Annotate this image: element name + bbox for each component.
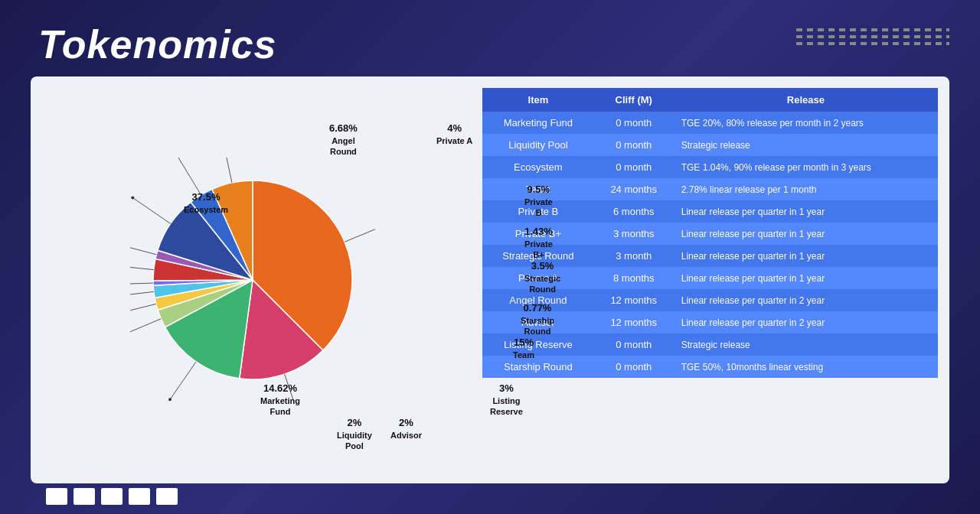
table-row: Marketing Fund0 monthTGE 20%, 80% releas… <box>482 112 938 134</box>
table-cell-release: Linear release per quarter in 2 year <box>674 289 938 311</box>
table-cell-release: 2.78% linear release per 1 month <box>674 178 938 200</box>
main-content: 37.5%Ecosystem14.62%Marketing Fund2%Liqu… <box>31 76 949 483</box>
table-cell-cliff: 12 months <box>594 311 674 333</box>
dot-3 <box>101 488 122 505</box>
svg-line-14 <box>130 265 154 269</box>
table-cell-release: Linear release per quarter in 1 year <box>674 267 938 289</box>
tokenomics-table: Item Cliff (M) Release Marketing Fund0 m… <box>482 88 938 378</box>
dot-4 <box>129 488 150 505</box>
dot-1 <box>46 488 67 505</box>
svg-point-19 <box>131 197 134 200</box>
svg-line-4 <box>170 362 196 399</box>
col-header-release: Release <box>674 88 938 112</box>
table-cell-item: Listing Reserve <box>482 333 594 356</box>
decorative-lines <box>796 21 949 52</box>
table-row: Private B+3 monthsLinear release per qua… <box>482 223 938 245</box>
table-cell-cliff: 0 month <box>594 156 674 178</box>
svg-line-8 <box>130 304 156 314</box>
table-cell-cliff: 12 months <box>594 289 674 311</box>
table-cell-cliff: 0 month <box>594 333 674 356</box>
pie-label: 2%Liquidity Pool <box>337 417 372 451</box>
svg-line-22 <box>222 158 231 183</box>
table-cell-item: Private B <box>482 200 594 223</box>
svg-line-20 <box>177 158 201 195</box>
svg-line-18 <box>132 198 170 224</box>
table-cell-item: Advisor <box>482 311 594 333</box>
svg-line-10 <box>130 291 154 297</box>
svg-point-5 <box>168 398 172 401</box>
dot-5 <box>156 488 178 505</box>
table-cell-release: Linear release per quarter in 1 year <box>674 245 938 267</box>
table-cell-cliff: 0 month <box>594 134 674 156</box>
table-cell-item: Marketing Fund <box>482 112 594 134</box>
table-cell-release: Strategic release <box>674 333 938 356</box>
table-row: Advisor12 monthsLinear release per quart… <box>482 311 938 333</box>
table-row: Angel Round12 monthsLinear release per q… <box>482 289 938 311</box>
table-row: Liquidity Pool0 monthStrategic release <box>482 134 938 156</box>
table-cell-item: Angel Round <box>482 289 594 311</box>
pie-label: 6.68%Angel Round <box>329 122 358 157</box>
bottom-dots <box>46 488 178 505</box>
table-cell-cliff: 8 months <box>594 267 674 289</box>
table-cell-item: Strategic Round <box>482 245 594 267</box>
table-cell-item: Team <box>482 178 594 200</box>
table-row: Private B6 monthsLinear release per quar… <box>482 200 938 223</box>
dot-2 <box>74 488 95 505</box>
table-row: Ecosystem0 monthTGE 1.04%, 90% release p… <box>482 156 938 178</box>
table-cell-release: Linear release per quarter in 1 year <box>674 200 938 223</box>
table-cell-release: Linear release per quarter in 1 year <box>674 223 938 245</box>
table-cell-item: Ecosystem <box>482 156 594 178</box>
table-cell-item: Private B+ <box>482 223 594 245</box>
col-header-cliff: Cliff (M) <box>594 88 674 112</box>
chart-area: 37.5%Ecosystem14.62%Marketing Fund2%Liqu… <box>31 76 475 483</box>
table-row: Starship Round0 monthTGE 50%, 10months l… <box>482 356 938 378</box>
table-row: Team24 months2.78% linear release per 1 … <box>482 178 938 200</box>
table-cell-release: Strategic release <box>674 134 938 156</box>
table-cell-item: Private A <box>482 267 594 289</box>
table-cell-release: TGE 20%, 80% release per month in 2 year… <box>674 112 938 134</box>
table-cell-cliff: 6 months <box>594 200 674 223</box>
svg-line-2 <box>285 374 299 402</box>
table-cell-cliff: 3 months <box>594 223 674 245</box>
svg-line-12 <box>130 283 153 285</box>
col-header-item: Item <box>482 88 594 112</box>
pie-label: 2%Advisor <box>390 417 422 441</box>
table-area: Item Cliff (M) Release Marketing Fund0 m… <box>475 76 949 483</box>
table-row: Strategic Round3 monthLinear release per… <box>482 245 938 267</box>
svg-line-16 <box>130 243 156 255</box>
table-cell-cliff: 0 month <box>594 356 674 378</box>
svg-line-0 <box>345 224 375 242</box>
table-cell-cliff: 24 months <box>594 178 674 200</box>
table-cell-release: TGE 50%, 10months linear vesting <box>674 356 938 378</box>
table-row: Listing Reserve0 monthStrategic release <box>482 333 938 356</box>
table-cell-cliff: 0 month <box>594 112 674 134</box>
table-cell-release: TGE 1.04%, 90% release per month in 3 ye… <box>674 156 938 178</box>
table-cell-release: Linear release per quarter in 2 year <box>674 311 938 333</box>
table-cell-item: Starship Round <box>482 356 594 378</box>
table-cell-cliff: 3 month <box>594 245 674 267</box>
table-cell-item: Liquidity Pool <box>482 134 594 156</box>
svg-line-6 <box>130 319 161 337</box>
pie-label: 4%Private A <box>436 122 472 146</box>
page-title: Tokenomics <box>38 21 277 67</box>
table-row: Private A8 monthsLinear release per quar… <box>482 267 938 289</box>
pie-chart <box>130 158 375 402</box>
